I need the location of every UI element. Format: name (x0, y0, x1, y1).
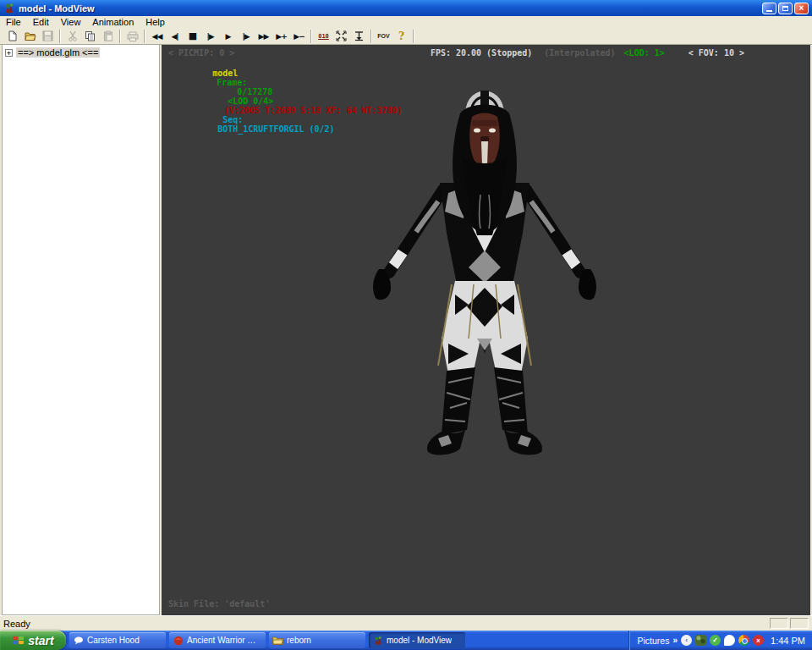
modview-app-icon (3, 3, 15, 14)
fov-readout: < FOV: 10 > (689, 48, 744, 58)
browser-icon (173, 635, 184, 646)
step-forward-button[interactable]: |▶ (201, 29, 219, 44)
messenger-icon (73, 635, 84, 646)
task-button-modview[interactable]: model - ModView (369, 632, 465, 648)
chrome-icon[interactable] (738, 635, 749, 646)
fov-button[interactable]: FOV (375, 29, 392, 44)
close-button[interactable]: × (794, 3, 809, 14)
print-button[interactable] (123, 29, 141, 44)
expand-arrows-icon (336, 30, 347, 41)
status-pane (770, 618, 788, 629)
restore-button[interactable] (778, 3, 793, 14)
red-alert-icon[interactable]: x (753, 635, 764, 646)
green-check-icon[interactable]: ✓ (710, 635, 721, 646)
frame-value: 0/17278 (237, 87, 272, 96)
play-from-frame-button[interactable]: |▶ (237, 29, 255, 44)
open-button[interactable] (21, 29, 39, 44)
toolbar-separator (370, 30, 372, 43)
print-icon (127, 31, 139, 41)
status-bar: Ready (0, 615, 812, 631)
cut-icon (68, 30, 78, 41)
desktop: model - ModView × File Edit View Animati… (0, 0, 812, 650)
stop-button[interactable]: ■ (184, 29, 201, 44)
tray-expand-chevron[interactable]: » (672, 636, 678, 645)
save-button[interactable] (39, 29, 57, 44)
binary-icon: 010 (318, 33, 329, 40)
new-icon (7, 30, 18, 41)
tree-item-label[interactable]: ==> model.glm <== (16, 47, 100, 58)
save-icon (42, 30, 53, 41)
task-button-reborn[interactable]: reborn (269, 632, 365, 648)
paste-icon (103, 30, 113, 41)
toolbar-separator (413, 30, 414, 43)
tree-expand-icon[interactable]: + (5, 49, 13, 57)
lod-frame-readout: <LOD 0/4> (228, 96, 273, 106)
status-pane (790, 618, 809, 629)
reset-view-button[interactable] (332, 29, 350, 44)
window-title: model - ModView (19, 3, 762, 14)
taskbar-clock: 1:44 PM (771, 636, 805, 646)
picmip-readout: < PICMIP: 0 > (168, 48, 234, 58)
speed-down-button[interactable]: ▶− (290, 29, 308, 44)
frame-label: Frame: (217, 78, 247, 87)
model-viewport[interactable]: < PICMIP: 0 > FPS: 20.00 (Stopped) (Inte… (162, 45, 810, 615)
fov-icon: FOV (377, 33, 389, 39)
binary-button[interactable]: 010 (315, 29, 332, 44)
lod-readout: <LOD: 1> (624, 48, 665, 58)
step-back-button[interactable]: ◀| (166, 29, 184, 44)
toolbar-separator (144, 30, 145, 43)
sequence-value: BOTH_1CRUFTFORGIL (0/2) (217, 124, 334, 134)
model-name-readout: model (212, 69, 238, 78)
skip-to-start-button[interactable]: ◀◀ (148, 29, 166, 44)
help-icon: ? (398, 30, 404, 42)
toolbar-separator (119, 30, 121, 43)
folder-icon (272, 635, 283, 646)
menu-file[interactable]: File (0, 16, 27, 28)
start-button[interactable]: start (0, 631, 66, 650)
status-text: Ready (3, 619, 30, 629)
modview-icon (372, 635, 383, 646)
viewport-status-line1: < PICMIP: 0 > FPS: 20.00 (Stopped) (Inte… (162, 48, 810, 58)
camo-icon[interactable] (695, 635, 706, 646)
copy-button[interactable] (81, 29, 99, 44)
texture-import-icon (354, 30, 365, 41)
play-button[interactable]: ▶ (219, 29, 237, 44)
window-titlebar[interactable]: model - ModView × (0, 0, 812, 16)
window-body: + ==> model.glm <== < PICMIP: 0 > FPS: 2… (0, 45, 812, 615)
texture-button[interactable] (350, 29, 368, 44)
start-label: start (28, 634, 53, 647)
open-icon (25, 30, 36, 41)
model-tree-panel: + ==> model.glm <== (2, 45, 160, 615)
new-button[interactable] (3, 29, 21, 44)
toolbar-separator (310, 30, 312, 43)
model-render (354, 85, 616, 457)
collapse-chevron-icon[interactable]: ‹ (681, 635, 692, 646)
task-button-carsten-hood[interactable]: Carsten Hood (69, 632, 166, 648)
interpolation-readout: (Interpolated) (544, 48, 615, 58)
menu-bar: File Edit View Animation Help (0, 16, 812, 28)
sequence-label: Seq: (222, 115, 243, 124)
tree-item-model-glm[interactable]: + ==> model.glm <== (5, 47, 159, 58)
taskbar: start Carsten Hood Ancient Warrior Gia, … (0, 631, 812, 650)
windows-logo-icon (12, 634, 25, 647)
skip-to-end-button[interactable]: ▶▶ (255, 29, 272, 44)
task-button-ancient-warrior[interactable]: Ancient Warrior Gia, ... (169, 632, 266, 648)
skin-file-readout: Skin File: 'default' (168, 599, 270, 609)
paste-button[interactable] (99, 29, 117, 44)
menu-help[interactable]: Help (140, 16, 171, 28)
menu-animation[interactable]: Animation (86, 16, 140, 28)
toolbar-separator (59, 30, 61, 43)
tray-pictures-label[interactable]: Pictures (638, 636, 670, 646)
system-tray: Pictures » ‹ ✓ x 1:44 PM (628, 631, 812, 650)
help-button[interactable]: ? (392, 29, 410, 44)
minimize-button[interactable] (762, 3, 776, 14)
cut-button[interactable] (63, 29, 81, 44)
fps-readout: FPS: 20.00 (Stopped) (431, 48, 532, 58)
toolbar: ◀◀ ◀| ■ |▶ ▶ |▶ ▶▶ ▶+ ▶− 010 FOV ? (0, 28, 812, 45)
copy-icon (85, 30, 96, 41)
speech-bubble-icon[interactable] (724, 635, 735, 646)
menu-view[interactable]: View (55, 16, 87, 28)
menu-edit[interactable]: Edit (27, 16, 55, 28)
speed-up-button[interactable]: ▶+ (272, 29, 290, 44)
